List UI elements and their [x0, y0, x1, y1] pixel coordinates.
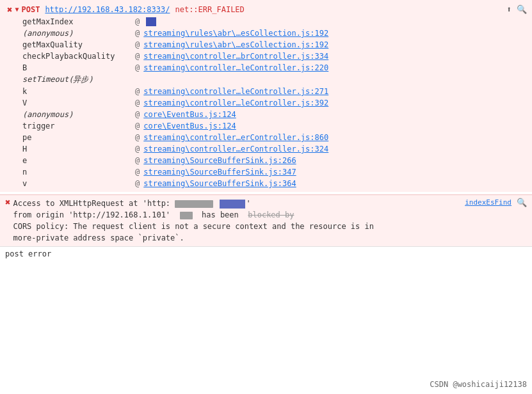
post-error-section: post error	[0, 246, 532, 261]
error-url[interactable]: http://192.168.43.182:8333/	[45, 5, 170, 14]
devtools-panel: ✖ ▼ POST http://192.168.43.182:8333/ net…	[0, 0, 532, 394]
at-sign: @	[135, 122, 140, 130]
func-name: k	[22, 87, 131, 96]
func-name: (anonymous)	[22, 29, 131, 38]
func-name: e	[22, 156, 131, 165]
func-name: H	[22, 145, 131, 154]
func-name: (anonymous)	[22, 110, 131, 119]
cors-error-icon: ✖	[5, 198, 10, 207]
file-link[interactable]: streaming\controller…leController.js:220	[143, 63, 328, 72]
at-sign: @	[135, 17, 140, 26]
stack-row: n @ streaming\SourceBufferSink.js:347	[2, 166, 532, 178]
func-name: B	[22, 63, 131, 72]
cors-header: ✖ Access to XMLHttpRequest at 'http: ' f…	[0, 195, 532, 246]
file-link[interactable]: streaming\SourceBufferSink.js:266	[143, 156, 296, 165]
file-link[interactable]: streaming\controller…leController.js:392	[143, 98, 328, 107]
at-sign: @	[135, 133, 140, 142]
at-sign: @	[135, 110, 140, 119]
file-link[interactable]: streaming\rules\abr\…esCollection.js:192	[143, 29, 328, 38]
at-sign: @	[135, 179, 140, 188]
file-link[interactable]: streaming\rules\abr\…esCollection.js:192	[143, 40, 328, 49]
triangle-icon[interactable]: ▼	[15, 6, 19, 13]
stack-row: checkPlaybackQuality @ streaming\control…	[2, 51, 532, 62]
stack-row: V @ streaming\controller…leController.js…	[2, 97, 532, 109]
func-name: getMaxIndex	[22, 17, 131, 26]
func-name: n	[22, 168, 131, 177]
file-link[interactable]: streaming\controller…brController.js:334	[143, 52, 328, 61]
func-name: setTimeout(异步)	[22, 74, 131, 85]
func-name: trigger	[22, 122, 131, 130]
at-sign: @	[135, 63, 140, 72]
file-link[interactable]: streaming\controller…leController.js:271	[143, 87, 328, 96]
stack-row: setTimeout(异步)	[2, 74, 532, 86]
stack-row: H @ streaming\controller…erController.js…	[2, 143, 532, 155]
stack-row: v @ streaming\SourceBufferSink.js:364	[2, 178, 532, 189]
error-section: ✖ ▼ POST http://192.168.43.182:8333/ net…	[0, 0, 532, 192]
cors-line2: from origin 'http://192.168.1.101' has b…	[13, 210, 294, 219]
stack-row: pe @ streaming\controller…erController.j…	[2, 132, 532, 143]
file-link[interactable]: streaming\SourceBufferSink.js:364	[143, 179, 296, 188]
file-link[interactable]: streaming\controller…erController.js:324	[143, 145, 328, 154]
func-name: getMaxQuality	[22, 40, 131, 49]
cors-index-text: indexEsFind	[465, 198, 512, 207]
error-icon: ✖	[7, 5, 12, 14]
func-name: V	[22, 98, 131, 107]
error-status: net::ERR_FAILED	[175, 5, 244, 14]
at-sign: @	[135, 40, 140, 49]
cors-right-icons: indexEsFind 🔍	[465, 198, 527, 207]
at-sign: @	[135, 52, 140, 61]
upload-icon[interactable]: ⬆	[506, 4, 512, 14]
stack-row: (anonymous) @ core\EventBus.js:124	[2, 109, 532, 120]
redacted-url-1	[175, 200, 213, 208]
func-name: pe	[22, 133, 131, 142]
redacted-origin	[180, 212, 193, 219]
stack-row: k @ streaming\controller…leController.js…	[2, 86, 532, 97]
cors-line4: more-private address space `private`.	[13, 233, 184, 242]
blue-block	[146, 17, 156, 26]
error-header: ✖ ▼ POST http://192.168.43.182:8333/ net…	[2, 3, 532, 16]
redacted-url-2	[220, 200, 245, 209]
at-sign: @	[135, 145, 140, 154]
watermark: CSDN @woshicaiji12138	[430, 380, 527, 389]
stack-row: (anonymous) @ streaming\rules\abr\…esCol…	[2, 28, 532, 39]
blocked-text: blocked by	[248, 210, 294, 219]
func-name: checkPlaybackQuality	[22, 52, 131, 61]
cors-error-section: ✖ Access to XMLHttpRequest at 'http: ' f…	[0, 194, 532, 246]
stack-frames: getMaxIndex @ (anonymous) @ streaming\ru…	[2, 16, 532, 189]
cors-search-icon[interactable]: 🔍	[517, 198, 527, 207]
file-link[interactable]: core\EventBus.js:124	[143, 122, 236, 130]
stack-row: getMaxIndex @	[2, 16, 532, 28]
stack-row: getMaxQuality @ streaming\rules\abr\…esC…	[2, 39, 532, 51]
func-name: v	[22, 179, 131, 188]
file-link[interactable]: core\EventBus.js:124	[143, 110, 236, 119]
post-error-text: post error	[5, 249, 51, 258]
search-icon-top[interactable]: 🔍	[517, 4, 527, 14]
at-sign: @	[135, 29, 140, 38]
error-method: POST	[21, 5, 40, 14]
at-sign: @	[135, 98, 140, 107]
at-sign: @	[135, 156, 140, 165]
at-sign: @	[135, 87, 140, 96]
at-sign: @	[135, 168, 140, 177]
cors-line3: CORS policy: The request client is not a…	[13, 222, 374, 231]
stack-row: trigger @ core\EventBus.js:124	[2, 120, 532, 132]
cors-message: Access to XMLHttpRequest at 'http: ' fro…	[13, 198, 462, 244]
stack-row: e @ streaming\SourceBufferSink.js:266	[2, 155, 532, 166]
cors-line1: Access to XMLHttpRequest at 'http: '	[13, 199, 250, 208]
stack-row: B @ streaming\controller…leController.js…	[2, 62, 532, 74]
file-link[interactable]: streaming\SourceBufferSink.js:347	[143, 168, 296, 177]
file-link[interactable]: streaming\controller…erController.js:860	[143, 133, 328, 142]
